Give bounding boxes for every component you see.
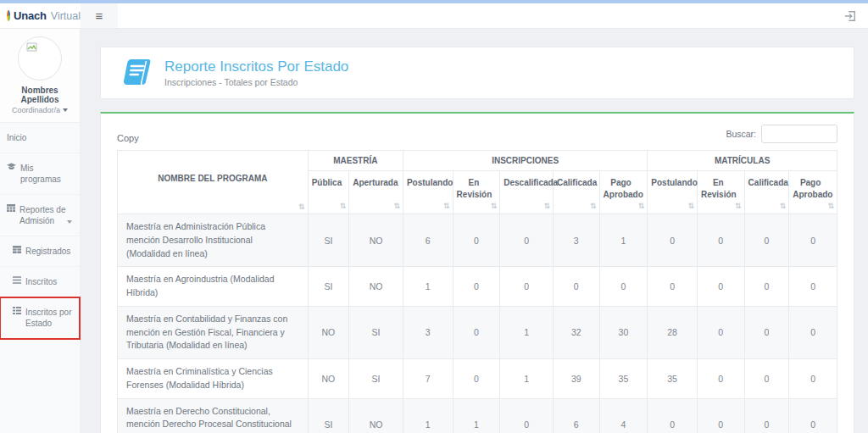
value-cell: 0 — [697, 359, 744, 399]
value-cell: 0 — [789, 267, 837, 307]
table-row: Maestría en Agroindustria (Modalidad Híb… — [118, 267, 837, 307]
table-icon — [13, 246, 21, 256]
main-content: Reporte Inscritos Por Estado Inscripcion… — [81, 29, 868, 433]
value-cell: 1 — [403, 398, 453, 433]
sidebar-item-reportes-admision[interactable]: Reportes de Admisión — [0, 195, 80, 236]
group-header-matriculas: MATRÍCULAS — [648, 151, 837, 171]
column-header-calificada[interactable]: Calificada⇅ — [553, 171, 599, 214]
sort-icon[interactable]: ⇅ — [827, 201, 834, 211]
value-cell: 0 — [453, 306, 500, 358]
sidebar-item-inicio[interactable]: Inicio — [0, 123, 80, 153]
value-cell: 0 — [744, 359, 789, 399]
program-name-cell: Maestría en Administración Pública menci… — [118, 214, 309, 267]
hamburger-menu-icon[interactable]: ≡ — [81, 3, 118, 28]
value-cell: 0 — [648, 214, 698, 267]
sidebar-item-label: Reportes de Admisión — [19, 204, 69, 226]
th-list-icon — [13, 307, 21, 317]
report-table-card: Copy Buscar: NOMBRE DEL PROGRAMA — [100, 112, 854, 433]
sort-icon[interactable]: ⇅ — [780, 201, 787, 211]
search-input[interactable] — [761, 125, 837, 143]
value-cell: 0 — [648, 267, 698, 307]
sort-icon[interactable]: ⇅ — [735, 201, 742, 211]
book-icon — [120, 58, 153, 88]
table-body: Maestría en Administración Pública menci… — [118, 214, 837, 433]
sidebar-item-inscritos-por-estado[interactable]: Inscritos por Estado — [0, 297, 80, 339]
value-cell: 1 — [500, 359, 554, 399]
value-cell: 0 — [648, 398, 698, 433]
value-cell: 1 — [403, 267, 453, 307]
column-header-postulando[interactable]: Postulando⇅ — [403, 171, 453, 214]
sort-icon[interactable]: ⇅ — [443, 201, 450, 211]
value-cell: 0 — [789, 306, 837, 358]
column-header-nombre-del-programa[interactable]: NOMBRE DEL PROGRAMA ⇅ — [118, 151, 309, 214]
value-cell: 0 — [697, 267, 744, 307]
column-header-en-revision[interactable]: En Revisión⇅ — [697, 171, 744, 214]
value-cell: 1 — [599, 214, 648, 267]
sidebar-item-label: Registrados — [25, 246, 70, 257]
graduation-cap-icon — [7, 163, 16, 173]
column-label: En Revisión — [701, 178, 737, 199]
program-name-cell: Maestría en Agroindustria (Modalidad Híb… — [118, 267, 309, 307]
value-cell: 3 — [403, 306, 453, 358]
sort-icon[interactable]: ⇅ — [298, 203, 305, 211]
brand-logo[interactable]: Unach Virtual — [0, 3, 81, 28]
value-cell: 39 — [553, 359, 599, 399]
column-label: Postulando — [651, 178, 697, 187]
sort-icon[interactable]: ⇅ — [340, 201, 347, 211]
column-header-calificada[interactable]: Calificada⇅ — [744, 171, 789, 214]
sort-icon[interactable]: ⇅ — [687, 201, 694, 211]
column-label: Pago Aprobado — [793, 178, 832, 199]
sidebar-item-mis-programas[interactable]: Mis programas — [0, 153, 80, 195]
value-cell: NO — [349, 267, 403, 307]
value-cell: NO — [349, 398, 403, 433]
value-cell: 0 — [744, 214, 789, 267]
column-label: Aperturada — [353, 178, 398, 187]
topbar: Unach Virtual ≡ — [0, 3, 868, 29]
report-table: NOMBRE DEL PROGRAMA ⇅ MAESTRÍA INSCRIPCI… — [117, 150, 837, 433]
column-label: En Revisión — [457, 178, 492, 199]
column-header-aperturada[interactable]: Aperturada⇅ — [349, 171, 403, 214]
value-cell: 0 — [744, 267, 789, 307]
column-header-postulando[interactable]: Postulando⇅ — [648, 171, 698, 214]
column-header-descalificada[interactable]: Descalificada⇅ — [500, 171, 554, 214]
value-cell: NO — [308, 359, 349, 399]
value-cell: NO — [308, 306, 349, 358]
value-cell: 0 — [500, 398, 554, 433]
program-name-cell: Maestría en Criminalística y Ciencias Fo… — [118, 359, 309, 399]
sidebar: Nombres Apellidos Coordinador/a Inicio M… — [0, 29, 81, 433]
column-header-publica[interactable]: Pública⇅ — [308, 171, 349, 214]
copy-button[interactable]: Copy — [117, 133, 139, 143]
value-cell: 0 — [789, 398, 837, 433]
sidebar-item-label: Mis programas — [20, 163, 73, 185]
sidebar-item-label: Inicio — [7, 132, 26, 143]
column-label: Pública — [312, 178, 342, 187]
value-cell: 0 — [599, 267, 648, 307]
sort-icon[interactable]: ⇅ — [393, 201, 400, 211]
column-label: Pago Aprobado — [604, 178, 643, 199]
search-label: Buscar: — [726, 129, 756, 139]
value-cell: SI — [308, 267, 349, 307]
sidebar-item-registrados[interactable]: Registrados — [0, 236, 80, 267]
column-header-pago-aprobado[interactable]: Pago Aprobado⇅ — [599, 171, 648, 214]
column-header-en-revision[interactable]: En Revisión⇅ — [453, 171, 500, 214]
user-role-label: Coordinador/a — [12, 106, 60, 114]
sort-icon[interactable]: ⇅ — [590, 201, 597, 211]
user-role-dropdown[interactable]: Coordinador/a — [12, 106, 68, 114]
sort-icon[interactable]: ⇅ — [491, 201, 498, 211]
value-cell: 4 — [599, 398, 648, 433]
value-cell: NO — [349, 214, 403, 267]
value-cell: SI — [349, 306, 403, 358]
sort-icon[interactable]: ⇅ — [638, 201, 645, 211]
table-icon — [7, 204, 15, 214]
brand-primary-text: Unach — [14, 9, 47, 22]
value-cell: 6 — [403, 214, 453, 267]
column-header-pago-aprobado[interactable]: Pago Aprobado⇅ — [789, 171, 837, 214]
value-cell: 28 — [648, 306, 698, 358]
value-cell: 0 — [789, 359, 837, 399]
sidebar-item-inscritos[interactable]: Inscritos — [0, 267, 80, 297]
list-icon — [13, 276, 21, 286]
value-cell: 0 — [553, 267, 599, 307]
logout-icon[interactable] — [844, 3, 856, 28]
column-label: Calificada — [748, 178, 788, 187]
sort-icon[interactable]: ⇅ — [543, 201, 550, 211]
